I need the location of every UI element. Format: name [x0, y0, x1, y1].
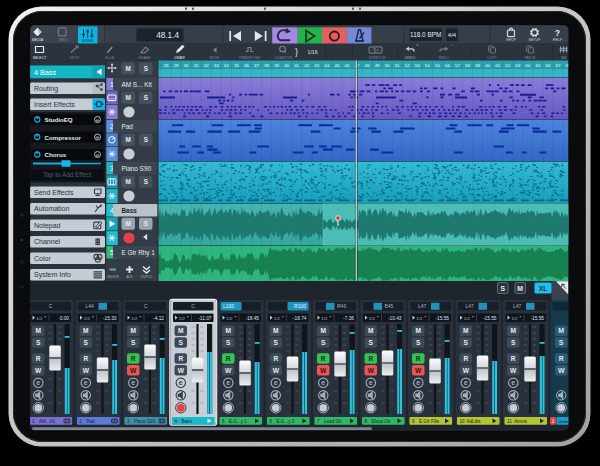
svg-text:-15.33: -15.33 — [103, 316, 117, 321]
svg-text:61: 61 — [495, 63, 500, 68]
svg-text:6: 6 — [270, 419, 273, 424]
svg-text:M: M — [178, 327, 184, 334]
svg-text:66: 66 — [545, 63, 550, 68]
svg-text:S: S — [226, 339, 231, 346]
svg-text:SPLIT: SPLIT — [70, 56, 81, 60]
svg-text:S: S — [559, 339, 564, 346]
svg-text:31: 31 — [194, 63, 199, 68]
svg-text:10: 10 — [460, 419, 466, 424]
svg-text:-10.43: -10.43 — [388, 316, 402, 321]
svg-text:e: e — [179, 379, 183, 386]
svg-text:ERASE: ERASE — [139, 56, 152, 60]
svg-text:57: 57 — [455, 63, 460, 68]
svg-text:S: S — [144, 178, 149, 185]
svg-text:28: 28 — [164, 63, 169, 68]
svg-text:TABS: TABS — [58, 38, 68, 42]
svg-text:L47: L47 — [466, 303, 475, 309]
svg-text:DELETE: DELETE — [106, 275, 118, 279]
svg-text:58: 58 — [465, 63, 470, 68]
svg-text:SELECT: SELECT — [33, 56, 47, 60]
svg-text:1: 1 — [32, 419, 35, 424]
svg-text:37: 37 — [254, 63, 259, 68]
svg-text:e: e — [226, 379, 230, 386]
svg-text:AM...Kit: AM...Kit — [39, 419, 56, 424]
svg-text:L47: L47 — [418, 303, 427, 309]
svg-text:°: ° — [417, 44, 419, 49]
svg-text:°: ° — [452, 44, 454, 49]
svg-text:45: 45 — [334, 63, 339, 68]
svg-text:9: 9 — [412, 419, 415, 424]
svg-text:S: S — [84, 339, 89, 346]
svg-text:1/2: 1/2 — [179, 316, 186, 321]
svg-text:Lead Gtr: Lead Gtr — [324, 419, 342, 424]
svg-text:1/2: 1/2 — [36, 316, 43, 321]
svg-text:Send Effects: Send Effects — [34, 189, 74, 196]
svg-text:S: S — [500, 285, 505, 292]
svg-text:R: R — [36, 355, 41, 362]
svg-text:M: M — [126, 65, 131, 72]
svg-text:Compressor: Compressor — [45, 134, 82, 141]
svg-text:AM S... Kit: AM S... Kit — [122, 81, 152, 88]
svg-text:B45: B45 — [385, 303, 394, 309]
svg-text:GLUE: GLUE — [105, 56, 115, 60]
svg-text:W: W — [35, 367, 42, 374]
svg-text:Pad: Pad — [87, 419, 96, 424]
svg-text:E.G...y 1: E.G...y 1 — [229, 419, 247, 424]
svg-text:}: } — [295, 47, 298, 57]
svg-text:48.1.4: 48.1.4 — [156, 31, 179, 40]
svg-text:Tap to Add Effect: Tap to Add Effect — [43, 171, 91, 179]
svg-text:51: 51 — [395, 63, 400, 68]
svg-text:1/16: 1/16 — [308, 49, 318, 55]
svg-text:-15.55: -15.55 — [483, 316, 497, 321]
svg-text:1/2: 1/2 — [464, 316, 471, 321]
svg-text:Piano S90: Piano S90 — [134, 419, 156, 424]
svg-text:M: M — [126, 94, 131, 101]
svg-text:C: C — [191, 303, 195, 309]
svg-text:65: 65 — [535, 63, 540, 68]
svg-text:2: 2 — [80, 419, 83, 424]
svg-text:e: e — [131, 379, 135, 386]
svg-text:52: 52 — [405, 63, 410, 68]
svg-text:42: 42 — [304, 63, 309, 68]
svg-text:32: 32 — [204, 63, 209, 68]
svg-text:e: e — [96, 134, 99, 140]
svg-text:R: R — [511, 355, 516, 362]
svg-text:1/2: 1/2 — [416, 316, 423, 321]
svg-text:4: 4 — [175, 419, 178, 424]
svg-text:SETUP: SETUP — [529, 38, 542, 42]
svg-text:43: 43 — [314, 63, 319, 68]
svg-text:67: 67 — [556, 63, 561, 68]
svg-text:36: 36 — [244, 63, 249, 68]
svg-text:M: M — [368, 327, 374, 334]
svg-text:34: 34 — [224, 63, 229, 68]
svg-text:S: S — [274, 339, 279, 346]
svg-text:M: M — [126, 178, 131, 185]
svg-text:e: e — [36, 379, 40, 386]
svg-text:S: S — [416, 339, 421, 346]
svg-text:30: 30 — [184, 63, 189, 68]
svg-text:-11.07: -11.07 — [198, 316, 212, 321]
svg-text:50: 50 — [385, 63, 390, 68]
svg-text:60: 60 — [485, 63, 490, 68]
svg-text:4 Bass: 4 Bass — [34, 68, 56, 77]
svg-text:COPY: COPY — [487, 56, 498, 60]
svg-text:54: 54 — [425, 63, 430, 68]
svg-text:System Info: System Info — [34, 271, 71, 279]
svg-text:PASTE: PASTE — [524, 56, 536, 60]
svg-text:1/2: 1/2 — [274, 316, 281, 321]
svg-text:R: R — [416, 355, 421, 362]
svg-text:62: 62 — [505, 63, 510, 68]
svg-text:1/2: 1/2 — [369, 316, 376, 321]
svg-text:W: W — [178, 367, 185, 374]
svg-text:DUPLIC: DUPLIC — [141, 275, 153, 279]
svg-text:39: 39 — [274, 63, 279, 68]
svg-text:M: M — [35, 327, 41, 334]
svg-text:M: M — [415, 327, 421, 334]
svg-text:Piano S90: Piano S90 — [122, 165, 152, 172]
svg-text:29: 29 — [174, 63, 179, 68]
svg-text:M: M — [517, 285, 523, 292]
svg-text:Bass: Bass — [122, 207, 138, 214]
svg-text:W: W — [368, 367, 375, 374]
svg-text:M: M — [130, 327, 136, 334]
svg-text:R: R — [226, 355, 231, 362]
